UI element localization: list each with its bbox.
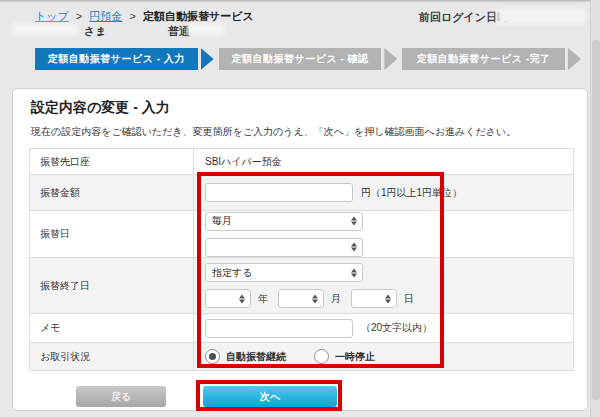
step-arrow-icon (201, 48, 214, 70)
breadcrumb-current-page: 定額自動振替サービス (143, 10, 254, 22)
breadcrumb-separator: > (76, 10, 82, 22)
destination-account-label: 振替先口座 (30, 149, 194, 174)
row-transfer-end-date: 振替終了日 指定する 年 (30, 258, 573, 314)
frequency-select-value: 毎月 (212, 214, 232, 228)
step-confirm-label: 定額自動振替サービス - 確認 (219, 48, 382, 70)
transaction-status-label: お取引状況 (30, 343, 194, 370)
row-transfer-amount: 振替金額 円（1円以上1円単位） (30, 175, 573, 211)
transfer-amount-note: 円（1円以上1円単位） (361, 186, 462, 200)
step-indicator: 定額自動振替サービス - 入力 定額自動振替サービス - 確認 定額自動振替サー… (35, 48, 581, 70)
next-button[interactable]: 次へ (203, 386, 337, 407)
radio-group-auto-continue: 自動振替継続 (205, 349, 286, 364)
select-arrows-icon (312, 294, 318, 303)
redacted-last-login-value (497, 8, 586, 24)
step-arrow-icon (384, 48, 397, 70)
end-year-select[interactable] (205, 289, 251, 308)
row-destination-account: 振替先口座 SBIハイパー預金 (30, 149, 573, 175)
select-arrows-icon (351, 268, 357, 277)
redacted-account-number (187, 23, 225, 36)
settings-form-table: 振替先口座 SBIハイパー預金 振替金額 円（1円以上1円単位） 振替日 毎月 (29, 148, 574, 371)
pause-radio[interactable] (314, 349, 329, 364)
end-date-mode-select[interactable]: 指定する (205, 263, 363, 282)
step-input: 定額自動振替サービス - 入力 (35, 48, 214, 70)
transfer-amount-label: 振替金額 (30, 175, 194, 210)
day-unit-label: 日 (404, 292, 414, 306)
pause-radio-label[interactable]: 一時停止 (335, 350, 375, 364)
breadcrumb: トップ > 円預金 > 定額自動振替サービス (35, 9, 254, 24)
year-unit-label: 年 (258, 292, 268, 306)
step-complete-label: 定額自動振替サービス -完了 (402, 48, 565, 70)
step-confirm: 定額自動振替サービス - 確認 (219, 48, 398, 70)
select-arrows-icon (239, 294, 245, 303)
page: トップ > 円預金 > 定額自動振替サービス 前回ログイン日時: さま 普通 定… (0, 0, 600, 417)
auto-continue-radio[interactable] (205, 349, 220, 364)
memo-label: メモ (30, 314, 194, 342)
end-date-mode-select-value: 指定する (212, 266, 252, 280)
select-arrows-icon (351, 217, 357, 226)
redacted-customer-name (12, 23, 78, 36)
customer-suffix-label: さま (84, 24, 107, 39)
select-arrows-icon (351, 243, 357, 252)
row-memo: メモ （20文字以内） (30, 314, 573, 343)
memo-input[interactable] (205, 319, 353, 338)
breadcrumb-separator: > (129, 10, 135, 22)
end-month-select[interactable] (278, 289, 324, 308)
frequency-select[interactable]: 毎月 (205, 212, 363, 231)
radio-group-pause: 一時停止 (314, 349, 375, 364)
page-title: 設定内容の変更 - 入力 (31, 99, 170, 117)
transfer-end-date-label: 振替終了日 (30, 258, 194, 313)
select-arrows-icon (385, 294, 391, 303)
scrollbar-thumb[interactable] (592, 40, 600, 400)
transfer-day-label: 振替日 (30, 211, 194, 257)
row-transaction-status: お取引状況 自動振替継続 一時停止 (30, 343, 573, 371)
main-card: 設定内容の変更 - 入力 現在の設定内容をご確認いただき、変更箇所をご入力のうえ… (12, 88, 588, 411)
destination-account-value: SBIハイパー預金 (194, 149, 573, 174)
transfer-amount-input[interactable] (205, 183, 353, 202)
month-unit-label: 月 (331, 292, 341, 306)
step-arrow-icon (568, 48, 581, 70)
breadcrumb-link-top[interactable]: トップ (35, 10, 69, 22)
top-shadow (0, 0, 600, 3)
step-input-label: 定額自動振替サービス - 入力 (35, 48, 198, 70)
auto-continue-radio-label[interactable]: 自動振替継続 (226, 350, 286, 364)
row-transfer-day: 振替日 毎月 (30, 211, 573, 258)
transfer-day-select[interactable] (205, 238, 363, 257)
step-complete: 定額自動振替サービス -完了 (402, 48, 581, 70)
end-date-picker: 年 月 日 (205, 289, 414, 308)
end-day-select[interactable] (351, 289, 397, 308)
scrollbar-track[interactable] (590, 0, 600, 417)
back-button[interactable]: 戻る (76, 386, 166, 407)
breadcrumb-link-yen-deposit[interactable]: 円預金 (89, 10, 122, 22)
page-description: 現在の設定内容をご確認いただき、変更箇所をご入力のうえ、「次へ」を押し確認画面へ… (31, 125, 516, 139)
memo-note: （20文字以内） (361, 321, 432, 335)
